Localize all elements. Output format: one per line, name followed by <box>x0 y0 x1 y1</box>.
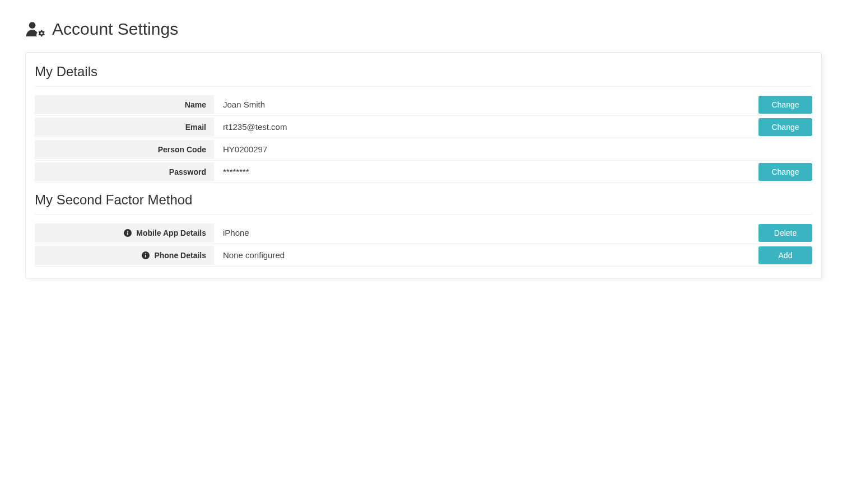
add-phone-button[interactable]: Add <box>758 246 812 264</box>
row-person-code: Person Code HY0200297 <box>35 139 812 161</box>
value-mobile-app: iPhone <box>214 223 753 242</box>
svg-point-3 <box>127 230 128 231</box>
value-phone: None configured <box>214 245 753 265</box>
settings-panel: My Details Name Joan Smith Change Email … <box>25 52 822 278</box>
row-password: Password ******** Change <box>35 162 812 183</box>
label-person-code: Person Code <box>35 140 214 159</box>
info-icon <box>124 229 132 237</box>
row-name: Name Joan Smith Change <box>35 95 812 116</box>
label-name: Name <box>35 95 214 114</box>
my-details-section: My Details Name Joan Smith Change Email … <box>35 60 812 183</box>
svg-point-6 <box>145 253 146 254</box>
change-email-button[interactable]: Change <box>758 118 812 136</box>
label-password: Password <box>35 162 214 181</box>
row-phone: Phone Details None configured Add <box>35 245 812 267</box>
svg-rect-5 <box>146 255 147 257</box>
svg-point-0 <box>29 22 36 29</box>
change-name-button[interactable]: Change <box>758 96 812 114</box>
svg-rect-2 <box>127 232 128 235</box>
second-factor-section: My Second Factor Method Mobile App Detai… <box>35 189 812 267</box>
row-mobile-app: Mobile App Details iPhone Delete <box>35 223 812 244</box>
value-person-code: HY0200297 <box>214 139 753 159</box>
page-header: Account Settings <box>25 20 822 39</box>
change-password-button[interactable]: Change <box>758 163 812 181</box>
label-mobile-app: Mobile App Details <box>35 223 214 242</box>
value-email: rt1235@test.com <box>214 117 753 137</box>
value-password: ******** <box>214 162 753 181</box>
page-title: Account Settings <box>52 20 178 39</box>
my-details-title: My Details <box>35 60 812 87</box>
delete-mobile-app-button[interactable]: Delete <box>758 224 812 242</box>
user-gear-icon <box>25 21 45 37</box>
label-phone: Phone Details <box>35 246 214 265</box>
info-icon <box>142 251 150 259</box>
row-email: Email rt1235@test.com Change <box>35 117 812 138</box>
value-name: Joan Smith <box>214 95 753 114</box>
second-factor-title: My Second Factor Method <box>35 189 812 215</box>
label-email: Email <box>35 118 214 137</box>
